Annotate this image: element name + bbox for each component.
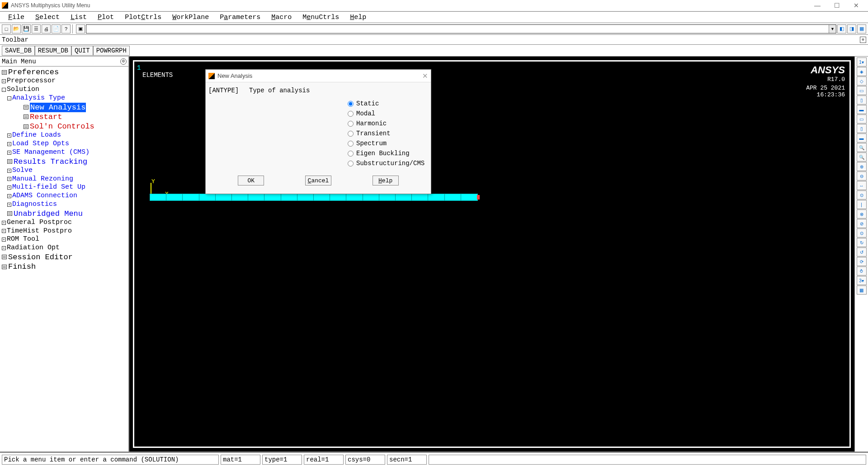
tree-rom-tool[interactable]: +ROM Tool (1, 235, 127, 244)
back-view-icon[interactable]: ▭ (857, 114, 867, 124)
pan-center-icon[interactable]: ⊙ (857, 190, 867, 200)
menu-list[interactable]: List (65, 13, 92, 22)
menu-plot[interactable]: Plot (92, 13, 119, 22)
tree-general-postproc[interactable]: +General Postproc (1, 219, 127, 227)
ansys-logo-text: ANSYS (806, 64, 845, 76)
pan-left-right-icon[interactable]: ↔ (857, 181, 867, 190)
command-combo[interactable]: ▼ (86, 24, 836, 33)
menu-help[interactable]: Help (344, 13, 372, 22)
fit-view-icon[interactable]: ▦ (857, 285, 867, 295)
menu-parameters[interactable]: Parameters (214, 13, 266, 22)
tbutil-2-icon[interactable]: ◨ (847, 24, 856, 33)
toolbar-label: Toolbar (2, 36, 28, 43)
tree-analysis-type[interactable]: -Analysis Type (1, 94, 127, 103)
main-menu-panel: Main Menu ⊙ Preferences +Preprocessor -S… (0, 57, 129, 452)
oblique-view-icon[interactable]: ◇ (857, 76, 867, 86)
save-file-icon[interactable]: 💾 (22, 24, 31, 33)
toolbar-expand-icon[interactable]: ⊙ (860, 37, 866, 43)
tree-soln-controls[interactable]: Sol'n Controls (1, 122, 127, 131)
tree-solve[interactable]: +Solve (1, 166, 127, 175)
menu-file[interactable]: File (3, 13, 30, 22)
dynamic-pan-icon[interactable]: ↺ (857, 247, 867, 257)
top-view-icon[interactable]: ▬ (857, 105, 867, 114)
chevron-down-icon[interactable]: ▼ (829, 25, 836, 33)
iso-view-icon[interactable]: ◈ (857, 67, 867, 76)
zoom-win-icon[interactable]: 🔍 (857, 143, 867, 152)
zoom-back-icon[interactable]: 🔍 (857, 152, 867, 162)
tbutil-1-icon[interactable]: ◧ (837, 24, 846, 33)
menu-workplane[interactable]: WorkPlane (167, 13, 214, 22)
window-layout-selector[interactable]: 1▾ (857, 57, 867, 67)
resum-db-button[interactable]: RESUM_DB (35, 46, 71, 56)
save-db-button[interactable]: SAVE_DB (2, 46, 35, 56)
opt-modal[interactable]: Modal (348, 109, 428, 119)
panzoom-icon[interactable]: ☰ (32, 24, 41, 33)
report-icon[interactable]: 📄 (52, 24, 61, 33)
dialog-titlebar[interactable]: New Analysis ✕ (206, 70, 431, 82)
menu-select[interactable]: Select (30, 13, 65, 22)
tree-preferences[interactable]: Preferences (1, 67, 127, 77)
tree-session-editor[interactable]: Session Editor (1, 252, 127, 262)
tree-adams[interactable]: +ADAMS Connection (1, 192, 127, 200)
rotate-y-icon[interactable]: ⊘ (857, 219, 867, 228)
tree-se-management[interactable]: +SE Management (CMS) (1, 148, 127, 157)
tree-unabridged[interactable]: Unabridged Menu (1, 209, 127, 219)
tree-solution[interactable]: -Solution (1, 86, 127, 94)
menu-macro[interactable]: Macro (266, 13, 297, 22)
tree-restart[interactable]: Restart (1, 112, 127, 122)
new-file-icon[interactable]: □ (2, 24, 11, 33)
rotate-x-icon[interactable]: ⊗ (857, 209, 867, 219)
opt-static[interactable]: Static (348, 99, 428, 109)
tree-multi-field[interactable]: +Multi-field Set Up (1, 183, 127, 192)
dynamic-zoom-icon[interactable]: ⟳ (857, 257, 867, 266)
print-icon[interactable]: 🖨 (42, 24, 51, 33)
main-menu-tree[interactable]: Preferences +Preprocessor -Solution -Ana… (0, 67, 128, 452)
command-prompt[interactable]: Pick a menu item or enter a command (SOL… (2, 455, 219, 465)
opt-transient[interactable]: Transient (348, 128, 428, 138)
tree-results-tracking[interactable]: Results Tracking (1, 157, 127, 166)
minimize-button[interactable]: — (811, 2, 823, 9)
dialog-close-icon[interactable]: ✕ (422, 72, 428, 80)
y-axis-icon (151, 183, 151, 194)
front-view-icon[interactable]: ▭ (857, 86, 867, 95)
powrgrph-button[interactable]: POWRGRPH (93, 46, 130, 56)
opt-harmonic[interactable]: Harmonic (348, 119, 428, 128)
tbutil-3-icon[interactable]: ▦ (857, 24, 866, 33)
bottom-view-icon[interactable]: ▬ (857, 133, 867, 143)
close-button[interactable]: ✕ (851, 2, 862, 9)
tree-timehist-postpro[interactable]: +TimeHist Postpro (1, 227, 127, 236)
left-view-icon[interactable]: ▯ (857, 124, 867, 133)
opt-substructuring[interactable]: Substructuring/CMS (348, 158, 428, 168)
quit-button[interactable]: QUIT (71, 46, 93, 56)
rotate-icon[interactable]: | (857, 200, 867, 209)
tree-diagnostics[interactable]: +Diagnostics (1, 200, 127, 209)
zoom-in-icon[interactable]: ⊕ (857, 162, 867, 171)
tree-radiation-opt[interactable]: +Radiation Opt (1, 244, 127, 252)
zoom-out-icon[interactable]: ⊖ (857, 171, 867, 181)
dialog-ok-button[interactable]: OK (238, 176, 264, 185)
tree-load-step-opts[interactable]: +Load Step Opts (1, 140, 127, 148)
dialog-cancel-button[interactable]: Cancel (305, 176, 331, 185)
right-view-icon[interactable]: ▯ (857, 95, 867, 105)
command-combo-input[interactable] (86, 25, 829, 33)
status-secn: secn=1 (387, 455, 427, 465)
tree-define-loads[interactable]: +Define Loads (1, 131, 127, 140)
main-menu-expand-icon[interactable]: ⊙ (120, 58, 127, 65)
raise-icon[interactable]: ▣ (76, 24, 85, 33)
tree-manual-rezoning[interactable]: +Manual Rezoning (1, 175, 127, 184)
maximize-button[interactable]: ☐ (831, 2, 843, 9)
opt-spectrum[interactable]: Spectrum (348, 138, 428, 148)
menu-menuctrls[interactable]: MenuCtrls (297, 13, 344, 22)
tree-preprocessor[interactable]: +Preprocessor (1, 77, 127, 86)
opt-eigen-buckling[interactable]: Eigen Buckling (348, 148, 428, 158)
tree-new-analysis[interactable]: New Analysis (1, 103, 127, 112)
open-file-icon[interactable]: 📂 (12, 24, 21, 33)
rate-selector[interactable]: 3▾ (857, 276, 867, 285)
dialog-help-button[interactable]: Help (373, 176, 399, 185)
rotate-z-icon[interactable]: ⊙ (857, 228, 867, 238)
dynamic-mode-icon[interactable]: ⥁ (857, 266, 867, 276)
tree-finish[interactable]: Finish (1, 262, 127, 271)
help-icon[interactable]: ? (61, 24, 71, 33)
menu-plotctrls[interactable]: PlotCtrls (119, 13, 167, 22)
dynamic-rotate-icon[interactable]: ↻ (857, 238, 867, 247)
